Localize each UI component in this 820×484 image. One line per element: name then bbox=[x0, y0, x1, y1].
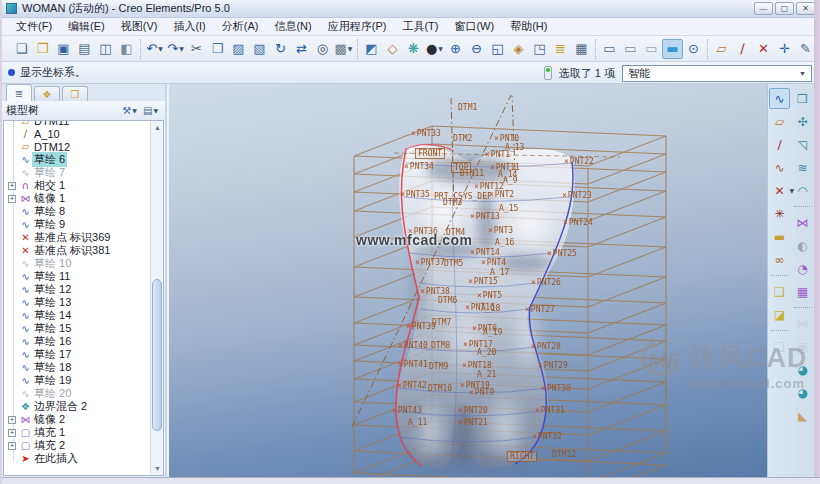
tree-item-填充-1[interactable]: +▢填充 1 bbox=[4, 426, 163, 439]
datum-plane-tool-button[interactable]: ▱ bbox=[769, 111, 790, 132]
scroll-up-icon[interactable]: ▲ bbox=[151, 121, 164, 134]
mirror-tool-button[interactable]: ⋈ bbox=[792, 212, 813, 233]
tree-item-草绘-8[interactable]: ∿草绘 8 bbox=[4, 205, 163, 218]
tree-item-相交-1[interactable]: +∩相交 1 bbox=[4, 179, 163, 192]
shading-sphere-button[interactable]: ●▼ bbox=[424, 39, 445, 59]
saved-views-button[interactable]: ◳ bbox=[529, 39, 550, 59]
tree-item-草绘-19[interactable]: ∿草绘 19 bbox=[4, 374, 163, 387]
find-button[interactable]: ◎ bbox=[312, 39, 333, 59]
datum-csys-toggle-button[interactable]: ✛ bbox=[774, 39, 795, 59]
menu-item[interactable]: 工具(T) bbox=[394, 18, 446, 35]
tree-item-填充-2[interactable]: +▢填充 2 bbox=[4, 439, 163, 452]
cut-button[interactable]: ✂ bbox=[186, 39, 207, 59]
round-tool-button[interactable]: ◕ bbox=[792, 359, 813, 380]
render-button[interactable]: ❋ bbox=[403, 39, 424, 59]
revolve-tool-button[interactable]: ✣ bbox=[792, 111, 813, 132]
tab-folder-browser[interactable]: ❒ bbox=[62, 86, 88, 101]
paste-button[interactable]: ▨ bbox=[228, 39, 249, 59]
no-hidden-button[interactable]: ▭ bbox=[641, 39, 662, 59]
regenerate-button[interactable]: ↻ bbox=[270, 39, 291, 59]
print-button[interactable]: ▤ bbox=[74, 39, 95, 59]
datum-axis-tool-button[interactable]: ∕ bbox=[769, 134, 790, 155]
menu-item[interactable]: 帮助(H) bbox=[502, 18, 555, 35]
select-button[interactable]: ▩▼ bbox=[333, 39, 354, 59]
tab-model-tree[interactable]: ≣ bbox=[6, 84, 32, 101]
sketched-point-tool-button[interactable]: ✳ bbox=[769, 203, 790, 224]
datum-points-toggle-button[interactable]: ✕ bbox=[753, 39, 774, 59]
tree-item-草绘-13[interactable]: ∿草绘 13 bbox=[4, 296, 163, 309]
model-intent-tool-button[interactable]: ∞ bbox=[769, 249, 790, 270]
spin-center-button[interactable]: ⊙ bbox=[683, 39, 704, 59]
datum-curve-tool-button[interactable]: ∿ bbox=[769, 157, 790, 178]
copy-button[interactable]: ❒ bbox=[207, 39, 228, 59]
open-file-button[interactable]: ❐ bbox=[32, 39, 53, 59]
hidden-line-button[interactable]: ▭ bbox=[620, 39, 641, 59]
shaded-button[interactable]: ▬ bbox=[662, 39, 683, 59]
annotation-plane-tool-button[interactable]: ◪ bbox=[769, 304, 790, 325]
regenerate-manager-button[interactable]: ⇄ bbox=[291, 39, 312, 59]
scroll-thumb[interactable] bbox=[152, 279, 162, 431]
sketch-tool-button[interactable]: ∿ bbox=[769, 88, 790, 109]
datum-axes-toggle-button[interactable]: ∕ bbox=[732, 39, 753, 59]
tree-item-在此插入[interactable]: ➤在此插入 bbox=[4, 452, 163, 465]
boundary-blend-tool-button[interactable]: ◠ bbox=[792, 180, 813, 201]
merge-tool-button[interactable]: ◐ bbox=[792, 235, 813, 256]
menu-item[interactable]: 窗口(W) bbox=[446, 18, 502, 35]
appearance-button[interactable]: ◩ bbox=[361, 39, 382, 59]
tree-item-基准点-标识381[interactable]: ✕基准点 标识381 bbox=[4, 244, 163, 257]
maximize-button[interactable]: ▢ bbox=[775, 2, 794, 15]
graphics-area[interactable]: www.mfcad.com DTM1×PNT33DTM2×PNT0A_13FRO… bbox=[169, 84, 767, 477]
tree-item-DTM12[interactable]: ▱DTM12 bbox=[4, 140, 163, 153]
refit-button[interactable]: ◱ bbox=[487, 39, 508, 59]
sweep-tool-button[interactable]: ◹ bbox=[792, 134, 813, 155]
menu-item[interactable]: 编辑(E) bbox=[60, 18, 113, 35]
expand-icon[interactable]: + bbox=[8, 442, 16, 450]
tree-item-镜像-1[interactable]: +⋈镜像 1 bbox=[4, 192, 163, 205]
publish-3d-button[interactable]: ◇ bbox=[382, 39, 403, 59]
tab-layers[interactable]: ❖ bbox=[34, 86, 60, 101]
tree-item-草绘-7[interactable]: ∿草绘 7 bbox=[4, 166, 163, 179]
publish-button[interactable]: ◧ bbox=[116, 39, 137, 59]
expand-icon[interactable]: + bbox=[8, 416, 16, 424]
layers-button[interactable]: ≣ bbox=[550, 39, 571, 59]
selection-filter-dropdown[interactable]: 智能 ▼ bbox=[622, 65, 812, 82]
tree-item-草绘-10[interactable]: ∿草绘 10 bbox=[4, 257, 163, 270]
analysis-measure-tool-button[interactable]: ▬ bbox=[769, 226, 790, 247]
auto-round-tool-button[interactable]: ◕ bbox=[792, 382, 813, 403]
chamfer-tool-button[interactable]: ◣ bbox=[792, 405, 813, 426]
wireframe-button[interactable]: ▭ bbox=[599, 39, 620, 59]
menu-item[interactable]: 信息(N) bbox=[266, 18, 319, 35]
swept-blend-tool-button[interactable]: ≋ bbox=[792, 157, 813, 178]
close-button[interactable]: ✕ bbox=[796, 2, 815, 15]
zoom-in-button[interactable]: ⊕ bbox=[445, 39, 466, 59]
annotations-toggle-button[interactable]: ✎ bbox=[795, 39, 816, 59]
tree-scrollbar[interactable]: ▲ ▼ bbox=[150, 121, 163, 475]
undo-button[interactable]: ↶▼ bbox=[144, 39, 165, 59]
expand-icon[interactable]: + bbox=[8, 429, 16, 437]
annotation-feature-tool-button[interactable]: ❑ bbox=[769, 281, 790, 302]
tree-item-镜像-2[interactable]: +⋈镜像 2 bbox=[4, 413, 163, 426]
paste-special-button[interactable]: ▧ bbox=[249, 39, 270, 59]
chevron-down-icon[interactable]: ▼ bbox=[796, 68, 809, 79]
tree-settings-button[interactable]: ⚒▼ bbox=[119, 105, 140, 116]
tree-item-草绘-12[interactable]: ∿草绘 12 bbox=[4, 283, 163, 296]
minimize-button[interactable]: — bbox=[754, 2, 773, 15]
datum-planes-toggle-button[interactable]: ▱ bbox=[711, 39, 732, 59]
tree-item-草绘-14[interactable]: ∿草绘 14 bbox=[4, 309, 163, 322]
tree-item-边界混合-2[interactable]: ❖边界混合 2 bbox=[4, 400, 163, 413]
expand-icon[interactable]: + bbox=[8, 182, 16, 190]
reorient-button[interactable]: ◈ bbox=[508, 39, 529, 59]
expand-icon[interactable]: + bbox=[8, 195, 16, 203]
view-manager-button[interactable]: ▦ bbox=[571, 39, 592, 59]
menu-item[interactable]: 文件(F) bbox=[8, 18, 60, 35]
menu-item[interactable]: 分析(A) bbox=[214, 18, 267, 35]
print-setup-button[interactable]: ◫ bbox=[95, 39, 116, 59]
new-file-button[interactable]: ❏ bbox=[11, 39, 32, 59]
trim-tool-button[interactable]: ◔ bbox=[792, 258, 813, 279]
menu-item[interactable]: 视图(V) bbox=[113, 18, 166, 35]
menu-item[interactable]: 应用程序(P) bbox=[320, 18, 395, 35]
pattern-tool-button[interactable]: ▦ bbox=[792, 281, 813, 302]
extrude-tool-button[interactable]: ❒ bbox=[792, 88, 813, 109]
tree-item-A_10[interactable]: ∕A_10 bbox=[4, 127, 163, 140]
save-file-button[interactable]: ▣ bbox=[53, 39, 74, 59]
